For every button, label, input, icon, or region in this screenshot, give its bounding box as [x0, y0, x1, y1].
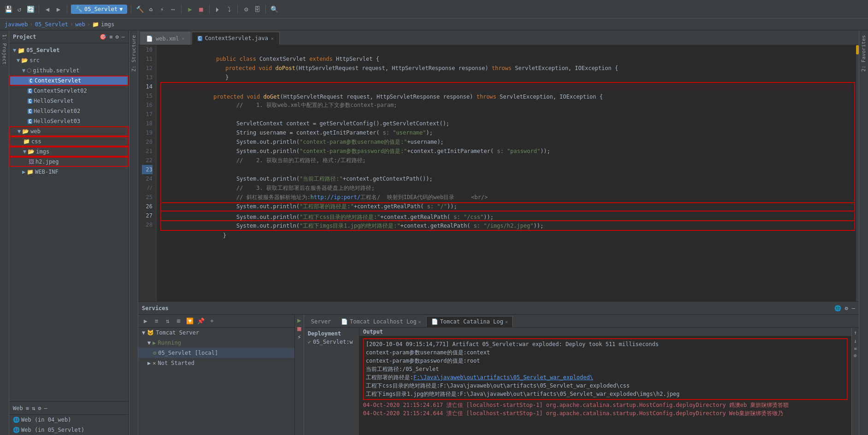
project-selector[interactable]: 🔧 05_Servlet ▼: [71, 5, 127, 14]
tab-webxml[interactable]: 📄 web.xml ✕: [140, 32, 191, 45]
scroll-down-icon[interactable]: ↓: [854, 338, 857, 344]
output-line-5: 工程下css目录的绝对路径是:F:\Java\javaweb\out\artif…: [366, 382, 845, 390]
run-icon[interactable]: ▶: [185, 5, 194, 14]
webxml-tab-close[interactable]: ✕: [182, 36, 185, 41]
scrollbar-track[interactable]: [856, 45, 859, 301]
output-error-line-2: 04-Oct-2020 21:15:24.644 渍亡佳 [localhost-…: [363, 409, 848, 417]
step-icon[interactable]: ⤵: [224, 5, 234, 14]
svc-run-icon[interactable]: ▶: [141, 317, 150, 326]
web-settings-icon[interactable]: ⚙: [38, 405, 41, 411]
web-globe-icon-05: 🌐: [13, 427, 20, 433]
running-icon: ▶: [152, 340, 156, 346]
running-expand-icon: ▼: [147, 340, 151, 346]
scrollbar-thumb[interactable]: [856, 45, 859, 54]
run-more-icon[interactable]: ⋯: [168, 5, 177, 14]
svc-tab-localhost-log[interactable]: 📄 Tomcat Localhost Log ✕: [336, 316, 426, 327]
update-icon[interactable]: ⚡: [157, 5, 166, 14]
svc-running[interactable]: ▼ ▶ Running: [138, 338, 294, 348]
webinf-expand-icon: ▶: [22, 169, 25, 175]
favorites-label[interactable]: 2: Favorites: [860, 30, 868, 76]
deploy-action-icon[interactable]: ⚡: [297, 333, 301, 341]
resume-icon[interactable]: ⏵: [213, 5, 223, 14]
svc-add-icon[interactable]: +: [207, 317, 217, 326]
tree-item-imgs[interactable]: ▼ 📂 imgs: [9, 147, 129, 157]
refresh-icon[interactable]: 🔄: [26, 5, 35, 14]
forward-icon[interactable]: ▶: [54, 5, 63, 14]
project-panel-header: Project 🎯 ≡ ⚙ —: [9, 30, 129, 43]
tree-item-webinf[interactable]: ▶ 📁 WEB-INF: [9, 167, 129, 177]
database-icon[interactable]: 🗄: [252, 5, 262, 14]
servlet-run-icon: ⚙: [153, 350, 156, 356]
breadcrumb-web[interactable]: web: [75, 21, 85, 28]
svc-align2-icon[interactable]: ⇅: [163, 317, 172, 326]
services-configure-icon[interactable]: 🌐: [834, 305, 841, 312]
web-item-05[interactable]: 🌐 Web (in 05_Servlet): [9, 425, 129, 435]
output-section: Output [2020-10-04 09:15:14,771] Artifac…: [359, 328, 851, 435]
back-icon[interactable]: ◀: [43, 5, 52, 14]
search-icon[interactable]: 🔍: [270, 5, 279, 14]
tree-item-helloservlet03[interactable]: C HelloServlet03: [9, 116, 129, 126]
tomcat-expand-icon: ▼: [142, 329, 145, 336]
revert-icon[interactable]: ↺: [15, 5, 24, 14]
tree-label-helloservlet02: HelloServlet02: [34, 108, 80, 114]
output-right-icons: ↑ ↓ ≡ ⚙: [851, 328, 859, 435]
web-align2-icon[interactable]: ⇅: [32, 405, 35, 411]
project-sidebar-label[interactable]: 1: Project: [0, 30, 8, 68]
tree-item-src[interactable]: ▼ 📂 src: [9, 55, 129, 65]
tree-item-contextservlet02[interactable]: C ContextServlet02: [9, 86, 129, 96]
breadcrumb-servlet[interactable]: 05_Servlet: [35, 21, 68, 28]
catalina-log-close[interactable]: ✕: [505, 319, 508, 324]
svc-not-started[interactable]: ▶ ✕ Not Started: [138, 358, 294, 368]
stop-icon[interactable]: ■: [196, 5, 205, 14]
web-align-icon[interactable]: ≡: [26, 405, 29, 411]
tree-item-web[interactable]: ▼ 📂 web: [9, 126, 129, 136]
services-settings-icon[interactable]: ⚙: [845, 305, 848, 312]
project-settings-icon[interactable]: ⚙: [116, 34, 119, 40]
localhost-log-close[interactable]: ✕: [418, 319, 421, 324]
settings-icon[interactable]: ⚙: [241, 5, 251, 14]
project-hide-icon[interactable]: —: [122, 34, 125, 40]
run-action-icon[interactable]: ▶: [297, 317, 301, 324]
services-left: ▶ ≡ ⇅ ⊞ 🔽 📌 + ▼: [138, 315, 295, 435]
wrap-icon[interactable]: ≡: [854, 346, 856, 351]
contextservlet-tab-close[interactable]: ✕: [271, 36, 274, 41]
tree-item-helloservlet02[interactable]: C HelloServlet02: [9, 106, 129, 116]
project-icon: 🔧: [76, 6, 82, 12]
tree-item-helloservlet[interactable]: C HelloServlet: [9, 96, 129, 106]
svc-tomcat-server[interactable]: ▼ 🐱 Tomcat Server: [138, 328, 294, 338]
tree-item-package[interactable]: ▼ ⬡ github.servlet: [9, 65, 129, 76]
project-collapse-icon[interactable]: ≡: [109, 34, 112, 40]
services-close-icon[interactable]: —: [852, 305, 855, 312]
java-icon-context: C: [29, 78, 33, 83]
web-hide-icon[interactable]: —: [44, 405, 47, 411]
structure-label[interactable]: Z: Structure: [130, 30, 138, 76]
deploy-path-link[interactable]: F:\Java\javaweb\out\artifacts\05_Servlet…: [413, 374, 593, 381]
breadcrumb-javaweb[interactable]: javaweb: [5, 21, 28, 28]
tab-contextservlet[interactable]: C ContextServlet.java ✕: [192, 32, 280, 45]
tree-item-h2jpeg[interactable]: 🖼 h2.jpeg: [9, 157, 129, 167]
rebuild-icon[interactable]: ♻: [146, 5, 155, 14]
tree-label-contextservlet: ContextServlet: [35, 77, 81, 84]
tree-item-contextservlet[interactable]: C ContextServlet: [9, 76, 129, 86]
save-icon[interactable]: 💾: [4, 5, 13, 14]
project-locate-icon[interactable]: 🎯: [100, 34, 106, 40]
settings-output-icon[interactable]: ⚙: [854, 353, 856, 358]
package-icon: ⬡: [27, 67, 31, 74]
svc-05servlet-local[interactable]: ⚙ 05_Servlet [local]: [138, 348, 294, 358]
web-item-04[interactable]: 🌐 Web (in 04_web): [9, 415, 129, 425]
svc-tab-server[interactable]: Server: [306, 316, 336, 327]
svc-filter-icon[interactable]: 🔽: [185, 317, 194, 326]
services-header: Services 🌐 ⚙ —: [138, 302, 859, 315]
tree-item-css[interactable]: 📁 css: [9, 136, 129, 147]
scroll-up-icon[interactable]: ↑: [854, 329, 857, 336]
tree-item-05servlet[interactable]: ▼ 📁 05_Servlet: [9, 45, 129, 55]
svc-tab-catalina-log[interactable]: 📄 Tomcat Catalina Log ✕: [426, 316, 513, 327]
svc-align-icon[interactable]: ≡: [152, 317, 161, 326]
code-editor[interactable]: 10 11 12 13 14 15 16 17 18 19 20 21 22 2…: [138, 45, 859, 301]
build-icon[interactable]: 🔨: [135, 5, 144, 14]
breadcrumb-imgs[interactable]: imgs: [101, 21, 114, 28]
svc-pin-icon[interactable]: 📌: [196, 317, 205, 326]
deploy-item-05servlet[interactable]: ✔ 05_Servlet:w: [306, 338, 357, 346]
svc-group-icon[interactable]: ⊞: [174, 317, 183, 326]
stop-action-icon[interactable]: ■: [297, 325, 301, 332]
